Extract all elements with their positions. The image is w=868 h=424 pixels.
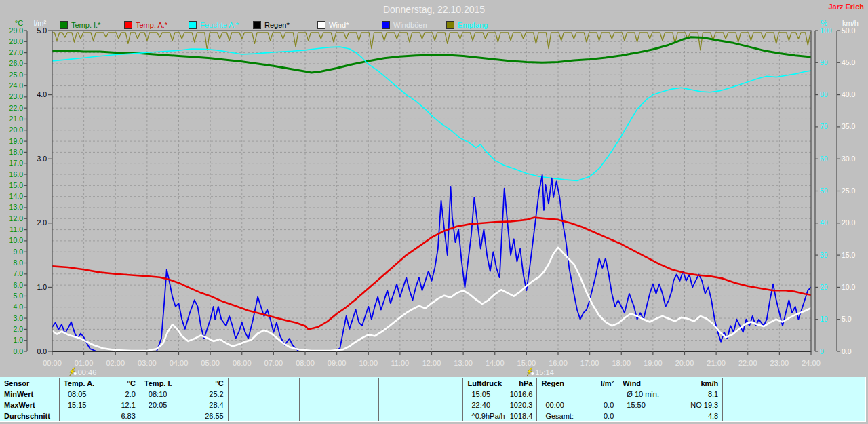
column-unit bbox=[458, 378, 462, 389]
temp-axis-tick-label: 3.0 bbox=[13, 314, 23, 322]
cell-time: 20:05 bbox=[140, 400, 167, 410]
x-axis-tick-label: 07:00 bbox=[264, 359, 283, 367]
table-cell-row bbox=[229, 410, 299, 421]
column-unit: l/m² bbox=[601, 378, 618, 389]
cell-value: 6.83 bbox=[121, 410, 139, 421]
temp-axis-tick-label: 8.0 bbox=[13, 258, 23, 267]
cell-time: Gesamt: bbox=[537, 410, 574, 421]
marker-dot-icon bbox=[74, 372, 77, 375]
table-column-wind: Windkm/hØ 10 min.8.115:50NO 19.34.8 bbox=[618, 378, 723, 421]
table-column-temp-i-: Temp. I.°C08:1025.220:0528.426.55 bbox=[140, 378, 229, 421]
column-sensor-name: Wind bbox=[618, 378, 641, 389]
cell-value bbox=[295, 400, 299, 410]
cell-time bbox=[140, 410, 149, 421]
rain-axis-tick-label: 2.0 bbox=[37, 218, 47, 227]
cell-value bbox=[295, 389, 299, 400]
x-axis-tick-label: 03:00 bbox=[138, 359, 157, 367]
temp-axis-tick-label: 17.0 bbox=[9, 159, 24, 167]
x-axis-tick-label: 18:00 bbox=[612, 359, 631, 367]
cell-time: ^0.9hPa/h bbox=[463, 410, 505, 421]
humidity-axis-tick-label: 50 bbox=[820, 187, 828, 195]
temp-axis-tick-label: 21.0 bbox=[9, 115, 24, 123]
x-axis-tick-label: 20:00 bbox=[675, 359, 694, 367]
event-marker: 00:46 bbox=[70, 368, 97, 377]
x-axis-tick-label: 10:00 bbox=[359, 359, 378, 367]
cell-value bbox=[614, 389, 618, 400]
cell-value bbox=[861, 389, 865, 400]
rain-axis: l/m²0.01.02.03.04.05.0 bbox=[34, 19, 52, 355]
rain-axis-tick-label: 5.0 bbox=[37, 26, 47, 35]
cell-time bbox=[229, 389, 237, 400]
rain-axis-tick-label: 3.0 bbox=[37, 155, 47, 163]
humidity-axis-tick-label: 70 bbox=[820, 122, 828, 130]
cell-time bbox=[379, 389, 387, 400]
table-cell-row: 00:000.0 bbox=[537, 400, 618, 410]
table-column-empty bbox=[300, 378, 379, 421]
temp-axis-tick-label: 10.0 bbox=[9, 236, 24, 244]
x-axis-tick-label: 04:00 bbox=[170, 359, 189, 367]
wind-axis-tick-label: 5.0 bbox=[842, 315, 852, 323]
cell-time bbox=[723, 410, 731, 421]
cell-value: 0.0 bbox=[604, 410, 618, 421]
rain-axis-tick-label: 0.0 bbox=[37, 347, 47, 355]
column-sensor-name: Temp. A. bbox=[60, 378, 94, 389]
table-cell-row: Ø 10 min.8.1 bbox=[618, 389, 722, 400]
cell-time bbox=[229, 410, 237, 421]
wind-axis-tick-label: 20.0 bbox=[842, 218, 856, 227]
temp-axis-tick-label: 29.0 bbox=[9, 26, 24, 35]
temp-axis-tick-label: 27.0 bbox=[9, 48, 24, 56]
column-sensor-name bbox=[229, 378, 233, 389]
temp-axis-tick-label: 4.0 bbox=[13, 303, 23, 311]
x-axis-tick-label: 12:00 bbox=[422, 359, 441, 367]
column-sensor-name: Regen bbox=[537, 378, 564, 389]
x-axis-tick-label: 24:00 bbox=[802, 359, 821, 367]
x-axis-tick-label: 19:00 bbox=[644, 359, 663, 367]
table-cell-row: 15:50NO 19.3 bbox=[618, 400, 722, 410]
cell-value: 4.8 bbox=[708, 410, 722, 421]
cell-time bbox=[300, 400, 308, 410]
table-column-temp-a-: Temp. A.°C08:052.015:1512.16.83 bbox=[60, 378, 140, 421]
table-cell-row bbox=[300, 389, 378, 400]
x-axis-tick-label: 08:00 bbox=[296, 359, 315, 367]
cell-value: 26.55 bbox=[205, 410, 228, 421]
wind-axis-tick-label: 10.0 bbox=[842, 283, 856, 291]
cell-value bbox=[374, 410, 378, 421]
cell-value bbox=[295, 410, 299, 421]
cell-time bbox=[723, 389, 731, 400]
cell-time bbox=[300, 410, 308, 421]
event-marker-time: 00:46 bbox=[78, 368, 97, 377]
temp-axis-tick-label: 25.0 bbox=[9, 71, 24, 79]
cell-time bbox=[618, 410, 627, 421]
weather-station-window: Donnerstag, 22.10.2015 Jarz Erich Temp. … bbox=[0, 0, 868, 424]
temp-axis-tick-label: 0.0 bbox=[13, 347, 23, 355]
marker-dot-icon bbox=[531, 372, 534, 375]
cell-time: 15:05 bbox=[463, 389, 490, 400]
table-row-label: MinWert bbox=[0, 389, 59, 400]
cell-value bbox=[861, 400, 865, 410]
table-cell-row: ^0.9hPa/h1018.4 bbox=[463, 410, 536, 421]
cell-time: 00:00 bbox=[537, 400, 564, 410]
rain-axis-tick-label: 1.0 bbox=[37, 283, 47, 291]
table-cell-row: 4.8 bbox=[618, 410, 722, 421]
temp-axis-tick-label: 6.0 bbox=[13, 281, 23, 289]
table-cell-row bbox=[300, 410, 378, 421]
cell-value bbox=[861, 410, 865, 421]
wind-axis-tick-label: 15.0 bbox=[842, 251, 856, 259]
temp-axis-tick-label: 1.0 bbox=[13, 336, 23, 344]
temp-axis-tick-label: 26.0 bbox=[9, 59, 24, 67]
table-cell-row bbox=[379, 389, 463, 400]
table-rowlabel-column: SensorMinWertMaxWertDurchschnitt bbox=[0, 378, 60, 421]
weather-chart: °C0.01.02.03.04.05.06.07.08.09.010.011.0… bbox=[0, 0, 868, 377]
temp-axis-tick-label: 14.0 bbox=[9, 192, 24, 200]
cell-value: 1016.6 bbox=[510, 389, 537, 400]
table-column-header: Regenl/m² bbox=[537, 378, 618, 389]
cell-time: Ø 10 min. bbox=[618, 389, 659, 400]
temp-axis-tick-label: 28.0 bbox=[9, 37, 24, 45]
wind-axis-tick-label: 40.0 bbox=[842, 90, 856, 98]
wind-axis-tick-label: 45.0 bbox=[842, 58, 856, 66]
x-axis-tick-label: 00:00 bbox=[43, 359, 62, 367]
x-axis-tick-label: 01:00 bbox=[75, 359, 94, 367]
cell-time bbox=[379, 400, 387, 410]
table-cell-row: 15:051016.6 bbox=[463, 389, 536, 400]
cell-value: 1020.3 bbox=[510, 400, 537, 410]
